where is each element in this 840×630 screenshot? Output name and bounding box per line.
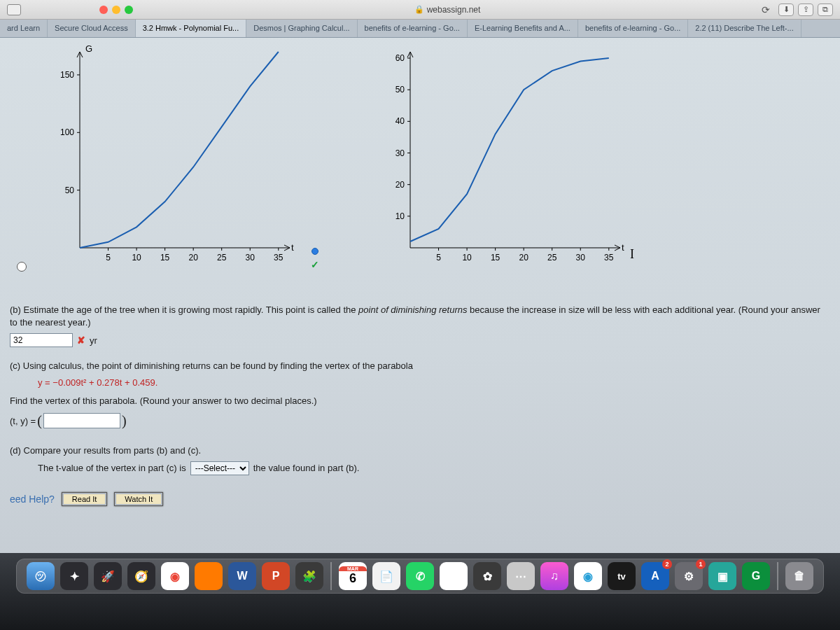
svg-text:100: 100 — [60, 127, 74, 137]
reload-icon[interactable]: ⟳ — [762, 4, 770, 15]
svg-text:t: t — [291, 242, 294, 253]
question-d-text: (d) Compare your results from parts (b) … — [10, 444, 830, 457]
download-button[interactable]: ⬇ — [778, 4, 794, 16]
watch-it-button[interactable]: Watch It — [114, 492, 163, 506]
whatsapp-icon[interactable]: ✆ — [406, 562, 434, 590]
trash-icon[interactable]: 🗑 — [785, 562, 813, 590]
tab-4[interactable]: benefits of e-learning - Go... — [358, 20, 468, 37]
check-icon: ✓ — [311, 259, 319, 270]
svg-text:15: 15 — [160, 253, 170, 262]
question-c-text: (c) Using calculus, the point of diminis… — [10, 360, 830, 372]
text-cursor-icon: I — [630, 247, 634, 262]
window-close[interactable] — [99, 6, 108, 14]
rocket-icon[interactable]: 🚀 — [94, 562, 122, 590]
tab-7[interactable]: 2.2 (11) Describe The Left-... — [688, 20, 801, 37]
app-dark-icon[interactable]: 🧩 — [295, 562, 323, 590]
d-sub2: the value found in part (b). — [253, 462, 360, 475]
podcast-icon[interactable]: ◉ — [574, 562, 602, 590]
app-purple-icon[interactable]: ✿ — [473, 562, 501, 590]
share-button[interactable]: ⇪ — [798, 4, 813, 16]
svg-text:10: 10 — [462, 253, 472, 262]
app-green-icon[interactable]: G — [742, 562, 770, 590]
powerpoint-icon[interactable]: P — [262, 562, 290, 590]
svg-text:150: 150 — [60, 70, 74, 80]
svg-text:5: 5 — [106, 253, 111, 262]
notes-icon[interactable]: 📄 — [372, 562, 400, 590]
calendar-icon[interactable]: MAR 6 — [339, 562, 367, 590]
tab-3[interactable]: Desmos | Graphing Calcul... — [246, 20, 357, 37]
tab-1[interactable]: Secure Cloud Access — [48, 20, 136, 37]
svg-text:15: 15 — [491, 253, 500, 262]
messages-icon[interactable]: ⋯ — [507, 562, 535, 590]
appletv-icon[interactable]: tv — [608, 562, 636, 590]
svg-text:50: 50 — [396, 85, 405, 94]
dock-area: ㋡ ✦ 🚀 🧭 ◉ W P 🧩 MAR 6 📄 ✆ ⋮ ✿ ⋯ ♫ ◉ tv A… — [0, 553, 840, 630]
page-content: 501001505101520253035Gt ✓ 10203040506051… — [0, 38, 840, 556]
svg-text:10: 10 — [396, 211, 405, 221]
app-teal-icon[interactable]: ▣ — [708, 562, 736, 590]
open-paren: ( — [37, 413, 42, 429]
need-help-row: eed Help? Read It Watch It — [10, 492, 830, 506]
address-bar[interactable]: 🔒 webassign.net — [137, 5, 757, 15]
svg-text:5: 5 — [436, 253, 441, 262]
tab-5[interactable]: E-Learning Benefits and A... — [468, 20, 578, 37]
app-orange-icon[interactable] — [195, 562, 223, 590]
window-zoom[interactable] — [125, 6, 133, 14]
svg-text:20: 20 — [396, 180, 405, 190]
appstore-icon[interactable]: A2 — [641, 562, 669, 590]
tabs-button[interactable]: ⧉ — [818, 4, 833, 16]
question-b-part1: (b) Estimate the age of the tree when it… — [10, 304, 358, 315]
url-host: webassign.net — [427, 5, 481, 15]
b-answer-input[interactable] — [10, 333, 73, 347]
svg-text:10: 10 — [132, 253, 141, 262]
safari-icon[interactable]: ✦ — [60, 562, 88, 590]
incorrect-icon: ✘ — [77, 335, 85, 346]
svg-text:50: 50 — [65, 186, 75, 195]
tab-0[interactable]: ard Learn — [0, 20, 48, 37]
d-select[interactable]: ---Select--- — [190, 461, 249, 475]
svg-text:30: 30 — [396, 148, 405, 158]
chart-left: 501001505101520253035Gt — [45, 45, 297, 276]
settings-icon[interactable]: ⚙1 — [675, 562, 703, 590]
vertex-input-row: (t, y) = ( ) — [10, 413, 830, 429]
question-c-formula: y = −0.009t² + 0.278t + 0.459. — [38, 377, 830, 388]
chrome-icon[interactable]: ◉ — [161, 562, 189, 590]
question-c-instr: Find the vertex of this parabola. (Round… — [10, 395, 830, 407]
music-icon[interactable]: ♫ — [540, 562, 568, 590]
read-it-button[interactable]: Read It — [62, 492, 107, 506]
answer-indicators: ✓ — [311, 248, 319, 276]
question-b-italic: point of diminishing returns — [358, 304, 467, 315]
lock-icon: 🔒 — [414, 5, 424, 14]
color-picker-icon[interactable]: ⋮ — [440, 562, 468, 590]
svg-text:G: G — [85, 45, 92, 54]
pair-label: (t, y) = — [10, 416, 36, 426]
b-unit: yr — [90, 335, 97, 346]
question-b-text: (b) Estimate the age of the tree when it… — [10, 304, 830, 329]
word-icon[interactable]: W — [228, 562, 256, 590]
close-paren: ) — [122, 413, 127, 429]
svg-text:25: 25 — [217, 253, 227, 262]
svg-text:60: 60 — [396, 53, 405, 63]
tab-2[interactable]: 3.2 Hmwk - Polynomial Fu... — [136, 20, 247, 37]
tab-bar: ard Learn Secure Cloud Access 3.2 Hmwk -… — [0, 20, 840, 38]
safari2-icon[interactable]: 🧭 — [127, 562, 155, 590]
chart-right: 1020304050605101520253035t I — [375, 45, 627, 276]
svg-text:t: t — [622, 242, 624, 253]
tab-6[interactable]: benefits of e-learning - Go... — [578, 20, 688, 37]
selected-dot-icon — [312, 248, 318, 255]
svg-text:20: 20 — [519, 253, 528, 262]
window-minimize[interactable] — [112, 6, 120, 14]
dock: ㋡ ✦ 🚀 🧭 ◉ W P 🧩 MAR 6 📄 ✆ ⋮ ✿ ⋯ ♫ ◉ tv A… — [16, 559, 824, 594]
svg-text:35: 35 — [274, 253, 284, 262]
svg-text:20: 20 — [188, 253, 198, 262]
svg-text:35: 35 — [604, 253, 614, 262]
finder-icon[interactable]: ㋡ — [27, 562, 55, 590]
vertex-input[interactable] — [43, 413, 120, 428]
svg-text:30: 30 — [246, 253, 255, 262]
svg-text:40: 40 — [396, 116, 405, 126]
browser-toolbar: 🔒 webassign.net ⟳ ⬇ ⇪ ⧉ — [0, 0, 840, 20]
chart-left-radio[interactable] — [17, 262, 27, 272]
sidebar-button[interactable] — [7, 4, 21, 15]
need-help-label: eed Help? — [10, 493, 55, 505]
svg-text:25: 25 — [547, 253, 557, 262]
